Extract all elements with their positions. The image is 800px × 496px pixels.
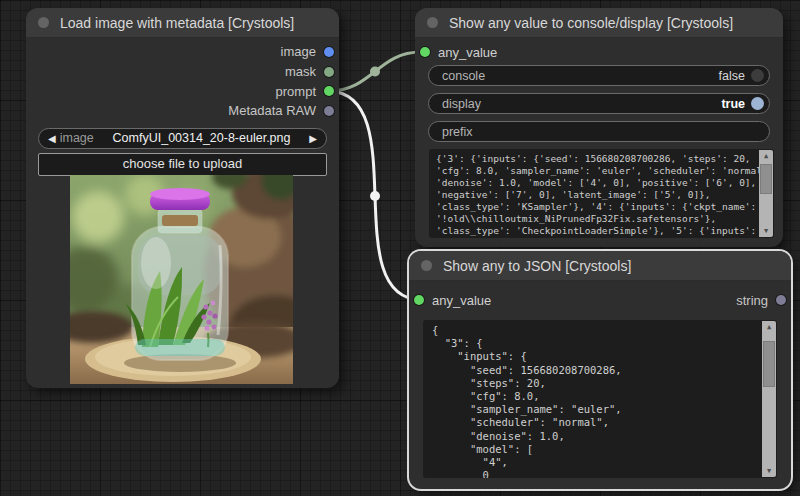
slot-row: any_value string [409, 281, 791, 310]
toggle-knob-icon[interactable] [751, 97, 764, 110]
node-title: Show any value to console/display [Cryst… [449, 15, 733, 31]
node-header[interactable]: Show any to JSON [Crystools] [409, 251, 791, 281]
output-slot-metadata-raw: Metadata RAW [26, 101, 339, 121]
json-text-area[interactable]: { "3": { "inputs": { "seed": 15668020870… [423, 320, 777, 478]
input-label: any_value [432, 293, 491, 308]
output-slot-image: image [26, 42, 339, 62]
output-label: image [281, 44, 316, 59]
scroll-down-icon[interactable]: ▼ [762, 465, 776, 477]
input-dot-any-value[interactable] [414, 295, 424, 305]
input-slot-any-value: any_value [415, 38, 783, 62]
scroll-up-icon[interactable]: ▲ [762, 321, 776, 333]
output-slots: image mask prompt Metadata RAW [26, 38, 339, 121]
combo-value[interactable]: ComfyUI_00314_20-8-euler.png [94, 131, 310, 145]
scrollbar[interactable]: ▲ ▼ [762, 321, 776, 477]
output-label: string [736, 293, 768, 308]
collapse-dot-icon[interactable] [421, 260, 432, 271]
widget-label: prefix [442, 125, 758, 139]
output-dot-string[interactable] [776, 295, 786, 305]
display-toggle[interactable]: display true [428, 93, 770, 114]
scroll-up-icon[interactable]: ▲ [759, 150, 773, 162]
node-title: Show any to JSON [Crystools] [443, 258, 631, 274]
output-label: Metadata RAW [228, 103, 316, 118]
output-dot-prompt[interactable] [324, 86, 334, 96]
value-text: {'3': {'inputs': {'seed': 15668020870028… [429, 149, 774, 238]
collapse-dot-icon[interactable] [427, 17, 438, 28]
output-label: prompt [276, 84, 316, 99]
node-header[interactable]: Load image with metadata [Crystools] [26, 8, 339, 38]
value-text-area[interactable]: {'3': {'inputs': {'seed': 15668020870028… [429, 149, 774, 238]
toggle-knob-icon[interactable] [751, 69, 764, 82]
node-show-any-value[interactable]: Show any value to console/display [Cryst… [415, 8, 783, 247]
input-dot-any-value[interactable] [420, 47, 430, 57]
json-text: { "3": { "inputs": { "seed": 15668020870… [423, 320, 777, 478]
wire-midpoint-dot[interactable] [370, 67, 380, 77]
widget-value: false [719, 69, 745, 83]
node-show-any-to-json[interactable]: Show any to JSON [Crystools] any_value s… [409, 251, 791, 489]
output-dot-image[interactable] [324, 47, 334, 57]
node-title: Load image with metadata [Crystools] [60, 15, 294, 31]
scroll-thumb[interactable] [760, 164, 772, 194]
combo-label: image [60, 131, 94, 145]
output-slot-prompt: prompt [26, 81, 339, 101]
node-load-image-with-metadata[interactable]: Load image with metadata [Crystools] ima… [26, 8, 339, 388]
widget-label: console [442, 69, 719, 83]
combo-prev-icon[interactable]: ◀ [48, 128, 56, 149]
widget-label: display [442, 97, 721, 111]
output-dot-mask[interactable] [324, 67, 334, 77]
wire-midpoint-dot[interactable] [370, 191, 380, 201]
choose-file-button[interactable]: choose file to upload [38, 153, 327, 176]
scrollbar[interactable]: ▲ ▼ [759, 150, 773, 237]
prefix-input[interactable]: prefix [428, 121, 770, 142]
input-label: any_value [438, 45, 497, 60]
output-label: mask [285, 64, 316, 79]
image-preview [70, 175, 293, 384]
console-toggle[interactable]: console false [428, 65, 770, 86]
combo-next-icon[interactable]: ▶ [309, 128, 317, 149]
scroll-down-icon[interactable]: ▼ [759, 225, 773, 237]
collapse-dot-icon[interactable] [38, 17, 49, 28]
scroll-thumb[interactable] [763, 341, 775, 387]
node-header[interactable]: Show any value to console/display [Cryst… [415, 8, 783, 38]
output-dot-metadata-raw[interactable] [324, 106, 334, 116]
output-slot-mask: mask [26, 62, 339, 82]
image-file-combo[interactable]: ◀ image ComfyUI_00314_20-8-euler.png ▶ [38, 128, 327, 149]
widget-value: true [721, 97, 745, 111]
